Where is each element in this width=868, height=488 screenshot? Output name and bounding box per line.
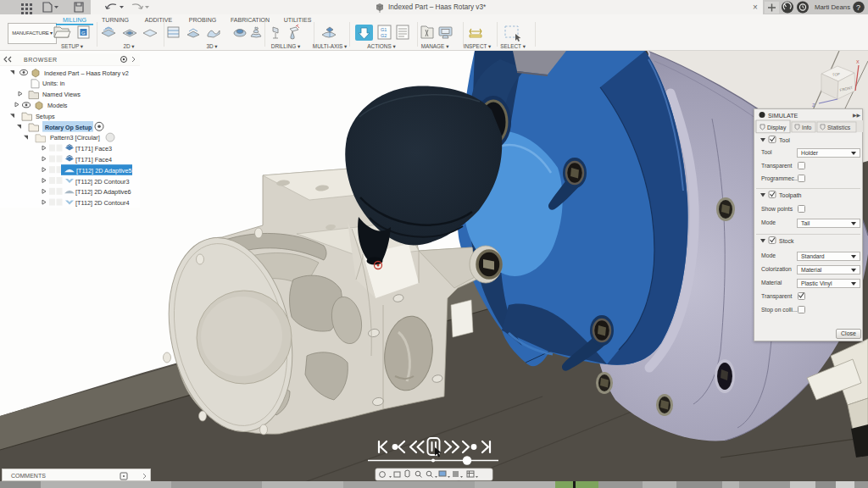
svg-text:Display: Display <box>767 125 787 131</box>
svg-text:2D ▾: 2D ▾ <box>123 43 135 49</box>
svg-text:Setups: Setups <box>36 113 55 120</box>
svg-text:[T171] Face3: [T171] Face3 <box>75 145 112 152</box>
svg-text:Toolpath: Toolpath <box>779 192 802 199</box>
svg-text:3D ▾: 3D ▾ <box>206 43 218 49</box>
svg-text:TURNING: TURNING <box>102 17 129 23</box>
svg-text:Tool: Tool <box>779 137 790 143</box>
svg-text:ACTIONS ▾: ACTIONS ▾ <box>367 43 396 49</box>
svg-text:[T112] 2D Adaptive5: [T112] 2D Adaptive5 <box>76 167 132 175</box>
svg-text:INSPECT ▾: INSPECT ▾ <box>464 43 492 49</box>
svg-text:Info: Info <box>802 125 812 130</box>
svg-text:DRILLING ▾: DRILLING ▾ <box>271 43 301 49</box>
svg-text:▶▶: ▶▶ <box>853 113 861 118</box>
svg-text:X: X <box>856 59 860 64</box>
svg-text:[T171] Face4: [T171] Face4 <box>75 156 112 164</box>
svg-text:Pattern3 [Circular]: Pattern3 [Circular] <box>50 134 100 141</box>
svg-text:G1: G1 <box>381 27 387 32</box>
svg-text:SELECT ▾: SELECT ▾ <box>500 43 526 49</box>
svg-text:Indexed Part – Haas Rotary v2: Indexed Part – Haas Rotary v2 <box>44 69 129 77</box>
svg-text:[T112] 2D Contour4: [T112] 2D Contour4 <box>75 199 130 207</box>
svg-text:?: ? <box>856 3 860 12</box>
svg-text:MANAGE ▾: MANAGE ▾ <box>421 43 449 49</box>
svg-text:G2: G2 <box>381 33 387 38</box>
svg-text:[T112] 2D Contour3: [T112] 2D Contour3 <box>75 178 130 186</box>
svg-text:Named Views: Named Views <box>42 91 81 98</box>
svg-text:G: G <box>81 30 86 36</box>
svg-text:MULTI-AXIS ▾: MULTI-AXIS ▾ <box>313 43 348 49</box>
svg-text:Statistics: Statistics <box>827 125 851 130</box>
svg-text:Rotary Op Setup: Rotary Op Setup <box>45 125 92 131</box>
svg-text:FABRICATION: FABRICATION <box>231 17 270 23</box>
svg-text:Stock: Stock <box>779 238 794 244</box>
svg-text:BROWSER: BROWSER <box>24 57 58 63</box>
svg-text:[T112] 2D Adaptive6: [T112] 2D Adaptive6 <box>75 188 131 196</box>
svg-text:UTILITIES: UTILITIES <box>284 17 312 23</box>
svg-text:SETUP ▾: SETUP ▾ <box>61 43 84 49</box>
svg-text:MILLING: MILLING <box>63 17 86 23</box>
svg-text:Units: in: Units: in <box>42 80 64 87</box>
svg-text:PROBING: PROBING <box>189 17 216 23</box>
svg-text:ADDITIVE: ADDITIVE <box>145 17 173 23</box>
svg-text:×: × <box>753 3 758 12</box>
svg-text:Indexed Part – Haas Rotary v3*: Indexed Part – Haas Rotary v3* <box>388 3 487 11</box>
svg-text:Marti Deans: Marti Deans <box>815 3 850 11</box>
svg-text:Models: Models <box>47 102 68 109</box>
svg-text:SIMULATE: SIMULATE <box>768 112 798 119</box>
